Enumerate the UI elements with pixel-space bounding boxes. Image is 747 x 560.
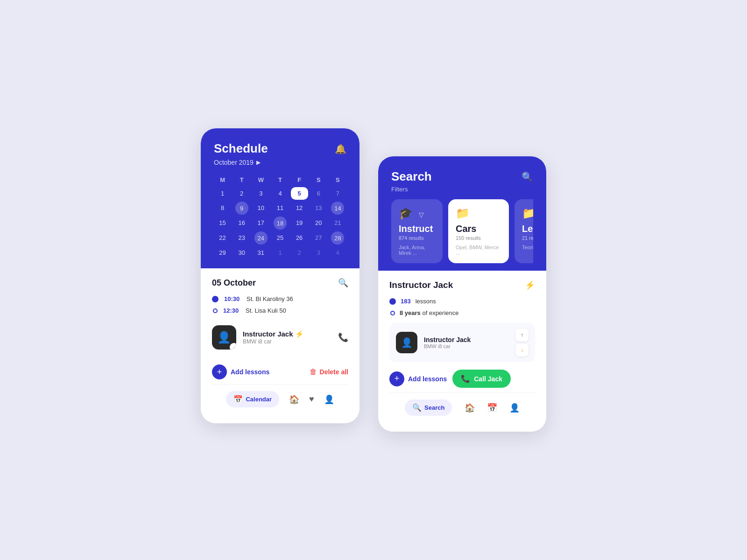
home-nav-icon: 🏠 (289, 394, 299, 405)
cal-day-8[interactable]: 8 (214, 202, 231, 215)
schedule-search-icon[interactable]: 🔍 (338, 278, 348, 288)
nav-calendar[interactable]: 📅 Calendar (226, 391, 279, 407)
result-title: Instructor Jack (389, 280, 453, 290)
cal-day-14[interactable]: 14 (331, 202, 344, 215)
cal-day-9[interactable]: 9 (235, 202, 248, 215)
cal-day-17[interactable]: 17 (252, 217, 269, 230)
cal-day-4[interactable]: 4 (271, 187, 289, 200)
add-lessons-button[interactable]: + Add lessons (212, 364, 269, 379)
calendar-grid: M T W T F S S 1 2 3 4 5 6 7 8 9 10 11 12… (214, 175, 346, 259)
result-lessons-count: 183 (401, 298, 411, 305)
filter-card-cars[interactable]: 📁 Cars 150 results Opel, BMW, Merce ... (448, 199, 509, 263)
schedule-body: 05 October 🔍 10:30 St. Bl Karoliny 36 12… (201, 268, 359, 423)
filter-card-lessons[interactable]: 📁 Les 21 res Teoria (514, 199, 533, 263)
month-arrow-icon[interactable]: ▶ (256, 159, 261, 166)
cal-day-5-today[interactable]: 5 (291, 187, 308, 200)
filter-instructors-title: Instruct (399, 224, 435, 234)
cal-day-12[interactable]: 12 (291, 202, 308, 215)
cal-day-28[interactable]: 28 (331, 231, 344, 245)
cal-day-23[interactable]: 23 (233, 231, 250, 245)
search-mag-icon[interactable]: 🔍 (521, 171, 533, 182)
cal-day-nm2[interactable]: 2 (291, 246, 308, 259)
cal-day-18[interactable]: 18 (274, 217, 287, 230)
search-home-icon: 🏠 (465, 403, 475, 413)
cal-day-nm3[interactable]: 3 (310, 246, 327, 259)
result-dot-lessons (389, 298, 396, 305)
search-nav-person[interactable]: 👤 (509, 403, 520, 413)
filter-lessons-title: Les (522, 224, 533, 234)
search-nav-search[interactable]: 🔍 Search (405, 399, 452, 416)
cal-day-25[interactable]: 25 (271, 231, 289, 245)
search-add-lessons-button[interactable]: + Add lessons (389, 371, 447, 386)
search-plus-circle: + (389, 371, 404, 386)
folder-icon-cars: 📁 (456, 207, 501, 220)
cal-day-10[interactable]: 10 (252, 202, 269, 215)
search-phone: Search 🔍 Filters 🎓 ▽ Instruct 874 result… (378, 156, 546, 432)
weekday-su: S (329, 175, 346, 185)
nav-person[interactable]: 👤 (324, 394, 334, 405)
avatar-image: 👤 (217, 331, 231, 344)
search-person-icon: 👤 (509, 403, 520, 413)
delete-all-label: Delete all (320, 368, 348, 376)
cal-day-31[interactable]: 31 (252, 246, 269, 259)
cal-day-1[interactable]: 1 (214, 187, 231, 200)
instructor-detail-info: Instructor Jack BMW i8 car (424, 336, 509, 349)
weekday-m: M (214, 175, 231, 185)
search-nav-icon: 🔍 (412, 403, 422, 412)
instructor-detail-name: Instructor Jack (424, 336, 509, 343)
cal-day-nm4[interactable]: 4 (329, 246, 346, 259)
schedule-title: Schedule (214, 141, 268, 156)
filter-cars-count: 150 results (456, 235, 501, 241)
dot-outline-2 (213, 308, 218, 313)
cal-day-nm1[interactable]: 1 (271, 246, 289, 259)
nav-home[interactable]: 🏠 (289, 394, 299, 405)
calendar-nav-icon: 📅 (233, 395, 243, 404)
cal-day-2[interactable]: 2 (233, 187, 250, 200)
filter-instructors-count: 874 results (399, 235, 435, 241)
search-header: Search 🔍 Filters 🎓 ▽ Instruct 874 result… (378, 156, 546, 271)
nav-heart[interactable]: ♥ (309, 394, 314, 404)
cal-day-30[interactable]: 30 (233, 246, 250, 259)
search-bottom-nav: 🔍 Search 🏠 📅 👤 (389, 392, 535, 422)
arrow-buttons: ↑ ↓ (515, 329, 529, 357)
filter-cards-row: 🎓 ▽ Instruct 874 results Jack, Anna, Mir… (391, 199, 533, 263)
weekday-t: T (233, 175, 250, 185)
filter-lessons-count: 21 res (522, 235, 533, 241)
cal-day-29[interactable]: 29 (214, 246, 231, 259)
arrow-up-button[interactable]: ↑ (515, 329, 529, 342)
call-jack-button[interactable]: 📞 Call Jack (452, 370, 511, 388)
search-add-label: Add lessons (408, 375, 447, 383)
weekday-th: T (271, 175, 289, 185)
cal-day-24[interactable]: 24 (254, 231, 268, 245)
cal-day-15[interactable]: 15 (214, 217, 231, 230)
cal-day-7[interactable]: 7 (329, 187, 346, 200)
schedule-bottom-nav: 📅 Calendar 🏠 ♥ 👤 (212, 384, 348, 414)
cal-day-3[interactable]: 3 (252, 187, 269, 200)
filter-instructors-sub: Jack, Anna, Mirek ... (399, 245, 435, 256)
search-nav-home[interactable]: 🏠 (465, 403, 475, 413)
delete-all-button[interactable]: 🗑 Delete all (310, 368, 348, 376)
cal-day-22[interactable]: 22 (214, 231, 231, 245)
cal-day-20[interactable]: 20 (310, 217, 327, 230)
person-nav-icon: 👤 (324, 394, 334, 405)
filter-cars-sub: Opel, BMW, Merce ... (456, 245, 501, 256)
cal-day-6[interactable]: 6 (310, 187, 327, 200)
event-1-time: 10:30 (224, 295, 241, 302)
cal-day-21[interactable]: 21 (329, 217, 346, 230)
cal-day-16[interactable]: 16 (233, 217, 250, 230)
result-lightning-icon: ⚡ (525, 280, 535, 290)
bell-icon[interactable]: 🔔 (335, 143, 346, 154)
cal-day-19[interactable]: 19 (291, 217, 308, 230)
event-2-address: St. Lisa Kuli 50 (246, 307, 286, 314)
phone-icon[interactable]: 📞 (338, 332, 348, 343)
filter-cars-title: Cars (456, 224, 501, 234)
cal-day-27[interactable]: 27 (310, 231, 327, 245)
cal-day-13[interactable]: 13 (310, 202, 327, 215)
search-nav-calendar[interactable]: 📅 (487, 403, 497, 413)
cal-day-26[interactable]: 26 (291, 231, 308, 245)
plus-circle-icon: + (212, 364, 227, 379)
filter-card-instructors[interactable]: 🎓 ▽ Instruct 874 results Jack, Anna, Mir… (391, 199, 443, 263)
cal-day-11[interactable]: 11 (271, 202, 289, 215)
result-dot-exp (390, 311, 395, 315)
arrow-down-button[interactable]: ↓ (515, 343, 529, 357)
